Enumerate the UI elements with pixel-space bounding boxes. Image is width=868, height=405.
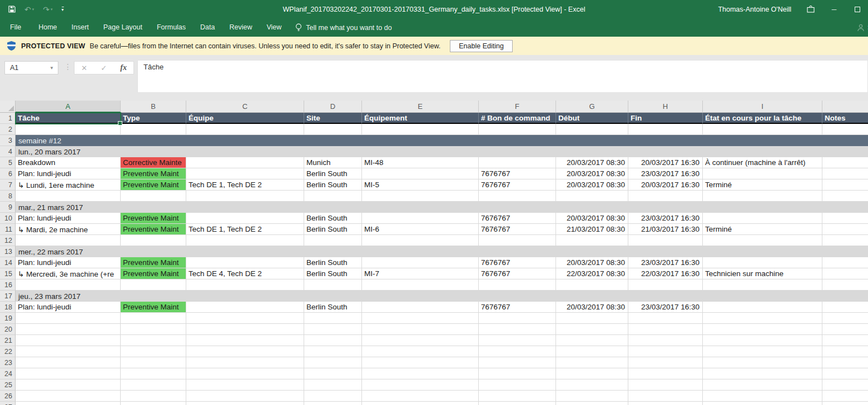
cell-B11[interactable]: Preventive Maint [121,224,186,235]
cell-H10[interactable]: 23/03/2017 16:30 [628,213,703,224]
ribbon-tab-page-layout[interactable]: Page Layout [96,18,150,37]
cell-I24[interactable] [703,368,822,379]
cell-I25[interactable] [703,379,822,391]
column-header-E[interactable]: E [362,101,479,113]
cell-C19[interactable] [186,313,304,324]
row-header-8[interactable]: 8 [0,191,16,202]
cell-G8[interactable] [556,191,628,202]
customize-qat-icon[interactable]: ▾ [62,7,64,12]
row-header-20[interactable]: 20 [0,324,16,335]
cell-H15[interactable]: 22/03/2017 16:30 [628,268,703,279]
cell-I23[interactable] [703,357,822,368]
undo-dropdown-icon[interactable]: ▾ [32,7,34,11]
cell-B7[interactable]: Preventive Maint [121,179,186,191]
cell-H6[interactable]: 23/03/2017 16:30 [628,168,703,179]
cell-I7[interactable]: Terminé [703,179,822,191]
cell-A15[interactable]: ↳ Mercredi, 3e machine (+re [16,268,121,279]
cell-E19[interactable] [362,313,479,324]
cell-D5[interactable]: Munich [304,157,362,168]
cell-F1[interactable]: # Bon de command [479,113,556,124]
row-header-16[interactable]: 16 [0,279,16,291]
cell-F22[interactable] [479,346,556,357]
cell-G26[interactable] [556,391,628,402]
cell-C6[interactable] [186,168,304,179]
cell-D2[interactable] [304,124,362,135]
cell-B14[interactable]: Preventive Maint [121,257,186,268]
cell-H11[interactable]: 21/03/2017 16:30 [628,224,703,235]
band-row-13[interactable]: mer., 22 mars 2017 [16,246,868,257]
cell-B15[interactable]: Preventive Maint [121,268,186,279]
cell-H21[interactable] [628,335,703,346]
cell-B25[interactable] [121,379,186,391]
cell-F27[interactable] [479,402,556,405]
cell-A22[interactable] [16,346,121,357]
cell-D14[interactable]: Berlin South [304,257,362,268]
cell-I6[interactable] [703,168,822,179]
cell-A7[interactable]: ↳ Lundi, 1ere machine [16,179,121,191]
cell-J27[interactable] [822,402,868,405]
cell-A10[interactable]: Plan: lundi-jeudi [16,213,121,224]
cell-C24[interactable] [186,368,304,379]
cell-B19[interactable] [121,313,186,324]
cell-E15[interactable]: MI-7 [362,268,479,279]
cell-G5[interactable]: 20/03/2017 08:30 [556,157,628,168]
cell-E20[interactable] [362,324,479,335]
cell-G21[interactable] [556,335,628,346]
cell-B6[interactable]: Preventive Maint [121,168,186,179]
cell-B27[interactable] [121,402,186,405]
cell-A25[interactable] [16,379,121,391]
cell-G2[interactable] [556,124,628,135]
cell-D18[interactable]: Berlin South [304,302,362,313]
cell-E10[interactable] [362,213,479,224]
cell-H16[interactable] [628,279,703,291]
cell-C20[interactable] [186,324,304,335]
cell-B26[interactable] [121,391,186,402]
cell-C2[interactable] [186,124,304,135]
cell-D26[interactable] [304,391,362,402]
cell-B5[interactable]: Corrective Mainte [121,157,186,168]
band-row-4[interactable]: lun., 20 mars 2017 [16,146,868,157]
cell-I22[interactable] [703,346,822,357]
cell-C12[interactable] [186,235,304,246]
cell-G11[interactable]: 21/03/2017 08:30 [556,224,628,235]
name-box-dropdown-icon[interactable]: ▼ [49,66,58,71]
cell-C7[interactable]: Tech DE 1, Tech DE 2 [186,179,304,191]
cell-H22[interactable] [628,346,703,357]
cell-C23[interactable] [186,357,304,368]
save-icon[interactable] [8,6,16,13]
row-header-26[interactable]: 26 [0,391,16,402]
cell-H18[interactable]: 23/03/2017 16:30 [628,302,703,313]
cell-I21[interactable] [703,335,822,346]
cell-F25[interactable] [479,379,556,391]
cell-B12[interactable] [121,235,186,246]
cell-G24[interactable] [556,368,628,379]
cell-F11[interactable]: 7676767 [479,224,556,235]
row-header-1[interactable]: 1 [0,113,16,124]
cell-B23[interactable] [121,357,186,368]
row-header-5[interactable]: 5 [0,157,16,168]
cell-D6[interactable]: Berlin South [304,168,362,179]
cell-D7[interactable]: Berlin South [304,179,362,191]
cell-J8[interactable] [822,191,868,202]
cell-J6[interactable] [822,168,868,179]
cell-D23[interactable] [304,357,362,368]
cell-I12[interactable] [703,235,822,246]
cell-H19[interactable] [628,313,703,324]
cell-J23[interactable] [822,357,868,368]
cell-J1[interactable]: Notes [822,113,868,124]
ribbon-tab-formulas[interactable]: Formulas [150,18,193,37]
column-header-A[interactable]: A [16,101,121,113]
cell-A24[interactable] [16,368,121,379]
cell-I20[interactable] [703,324,822,335]
row-header-10[interactable]: 10 [0,213,16,224]
cell-G20[interactable] [556,324,628,335]
cell-J22[interactable] [822,346,868,357]
cell-J14[interactable] [822,257,868,268]
cell-H1[interactable]: Fin [628,113,703,124]
cell-A16[interactable] [16,279,121,291]
column-header-F[interactable]: F [479,101,556,113]
cell-A8[interactable] [16,191,121,202]
cell-A2[interactable] [16,124,121,135]
cell-F16[interactable] [479,279,556,291]
cell-G16[interactable] [556,279,628,291]
